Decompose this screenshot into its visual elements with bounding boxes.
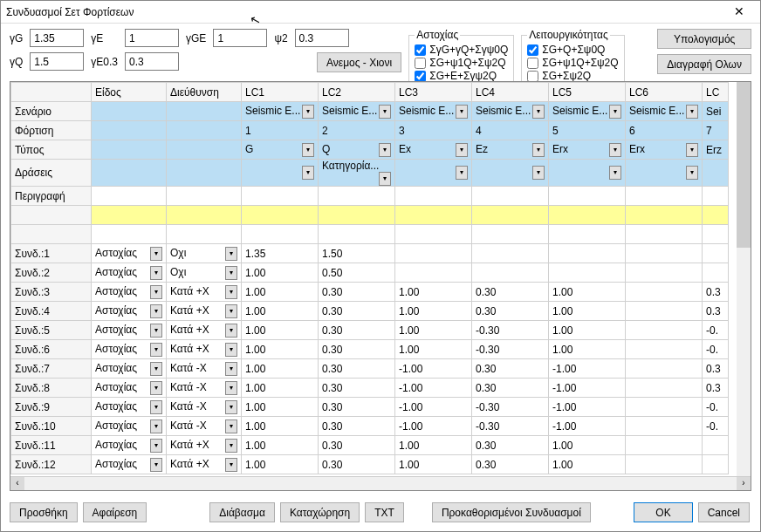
senario-lc5[interactable]: Seismic E... — [549, 102, 626, 121]
combo-lc7[interactable]: 0.3 — [703, 302, 729, 321]
typos-lc2[interactable]: Q — [319, 140, 395, 160]
combo-eidos[interactable]: Αστοχίας — [92, 398, 167, 417]
combo-lc5[interactable]: -1.00 — [549, 398, 626, 417]
combo-lc3[interactable]: -1.00 — [395, 398, 472, 417]
combo-lc3[interactable]: 1.00 — [395, 302, 472, 321]
read-button[interactable]: Διάβασμα — [209, 502, 275, 522]
combo-lc7[interactable]: -0. — [703, 417, 729, 436]
combo-lc5[interactable]: 1.00 — [549, 283, 626, 302]
wind-snow-button[interactable]: Ανεμος - Χιονι — [317, 52, 401, 72]
chevron-down-icon[interactable] — [225, 324, 237, 338]
combo-eidos[interactable]: Αστοχίας — [92, 263, 167, 283]
draseis-lc5[interactable] — [549, 160, 626, 187]
senario-lc2[interactable]: Seismic E... — [319, 102, 395, 121]
chevron-down-icon[interactable] — [379, 172, 391, 186]
combo-lc2[interactable]: 0.30 — [319, 340, 395, 359]
combo-lc7[interactable]: 0.3 — [703, 379, 729, 398]
chevron-down-icon[interactable] — [150, 266, 162, 280]
combo-lc2[interactable]: 0.30 — [319, 321, 395, 340]
combo-lc6[interactable] — [626, 302, 703, 321]
chevron-down-icon[interactable] — [302, 105, 314, 119]
combo-lc1[interactable]: 1.00 — [242, 302, 319, 321]
header-lc4[interactable]: LC4 — [472, 83, 549, 102]
header-lc5[interactable]: LC5 — [549, 83, 626, 102]
chevron-down-icon[interactable] — [150, 343, 162, 357]
fortisi-lc2[interactable]: 2 — [319, 121, 395, 140]
chevron-down-icon[interactable] — [456, 143, 468, 157]
header-dieuth[interactable]: Διεύθυνση — [167, 83, 242, 102]
combo-lc4[interactable]: 0.30 — [472, 379, 549, 398]
combo-lc5[interactable]: -1.00 — [549, 417, 626, 436]
chevron-down-icon[interactable] — [302, 166, 314, 180]
combo-lc7[interactable]: -0. — [703, 321, 729, 340]
chevron-down-icon[interactable] — [532, 166, 545, 180]
combo-dieuth[interactable]: Κατά -X — [167, 417, 242, 436]
combo-lc6[interactable] — [626, 321, 703, 340]
delete-all-button[interactable]: Διαγραφή Ολων — [657, 54, 751, 74]
combo-lc6[interactable] — [626, 340, 703, 359]
combo-lc2[interactable]: 0.30 — [319, 359, 395, 379]
combo-lc1[interactable]: 1.00 — [242, 379, 319, 398]
senario-lc4[interactable]: Seismic E... — [472, 102, 549, 121]
combo-lc6[interactable] — [626, 379, 703, 398]
chevron-down-icon[interactable] — [225, 247, 237, 261]
senario-lc6[interactable]: Seismic E... — [626, 102, 703, 121]
chevron-down-icon[interactable] — [225, 343, 237, 357]
chevron-down-icon[interactable] — [225, 400, 237, 414]
psi2-input[interactable] — [295, 29, 349, 47]
chevron-down-icon[interactable] — [150, 458, 162, 472]
remove-button[interactable]: Αφαίρεση — [83, 502, 147, 522]
combo-eidos[interactable]: Αστοχίας — [92, 455, 167, 474]
combo-lc4[interactable]: 0.30 — [472, 455, 549, 474]
combo-lc4[interactable]: 0.30 — [472, 359, 549, 379]
chevron-down-icon[interactable] — [609, 105, 621, 119]
typos-lc6[interactable]: Erx — [626, 140, 703, 160]
combo-lc3[interactable] — [395, 244, 472, 263]
combo-lc5[interactable]: -1.00 — [549, 379, 626, 398]
combo-lc1[interactable]: 1.00 — [242, 283, 319, 302]
fortisi-lc3[interactable]: 3 — [395, 121, 472, 140]
chevron-down-icon[interactable] — [150, 381, 162, 395]
combo-lc3[interactable] — [395, 263, 472, 283]
combo-eidos[interactable]: Αστοχίας — [92, 417, 167, 436]
leit-check-2[interactable] — [527, 58, 538, 69]
combo-lc4[interactable]: -0.30 — [472, 398, 549, 417]
combo-lc7[interactable]: -0. — [703, 398, 729, 417]
chevron-down-icon[interactable] — [225, 285, 237, 299]
calculate-button[interactable]: Υπολογισμός — [657, 29, 751, 49]
combo-lc2[interactable]: 0.30 — [319, 283, 395, 302]
combo-lc7[interactable]: 0.3 — [703, 359, 729, 379]
combo-eidos[interactable]: Αστοχίας — [92, 244, 167, 263]
combo-lc3[interactable]: 1.00 — [395, 455, 472, 474]
typos-lc7[interactable]: Erz — [703, 140, 729, 160]
combo-eidos[interactable]: Αστοχίας — [92, 436, 167, 455]
combo-dieuth[interactable]: Κατά +X — [167, 436, 242, 455]
combo-eidos[interactable]: Αστοχίας — [92, 321, 167, 340]
chevron-down-icon[interactable] — [609, 166, 621, 180]
chevron-down-icon[interactable] — [532, 143, 545, 157]
combo-lc1[interactable]: 1.00 — [242, 436, 319, 455]
combo-lc7[interactable]: -0. — [703, 340, 729, 359]
combo-lc3[interactable]: -1.00 — [395, 359, 472, 379]
combo-lc4[interactable]: -0.30 — [472, 340, 549, 359]
chevron-down-icon[interactable] — [532, 105, 545, 119]
combo-lc6[interactable] — [626, 283, 703, 302]
chevron-down-icon[interactable] — [150, 324, 162, 338]
fortisi-lc1[interactable]: 1 — [242, 121, 319, 140]
combo-lc6[interactable] — [626, 436, 703, 455]
combo-eidos[interactable]: Αστοχίας — [92, 283, 167, 302]
chevron-down-icon[interactable] — [686, 105, 698, 119]
combo-eidos[interactable]: Αστοχίας — [92, 379, 167, 398]
fortisi-lc5[interactable]: 5 — [549, 121, 626, 140]
combo-eidos[interactable]: Αστοχίας — [92, 340, 167, 359]
combo-lc3[interactable]: 1.00 — [395, 321, 472, 340]
combo-lc5[interactable] — [549, 263, 626, 283]
fortisi-lc7[interactable]: 7 — [703, 121, 729, 140]
combo-eidos[interactable]: Αστοχίας — [92, 359, 167, 379]
combo-lc7[interactable] — [703, 436, 729, 455]
chevron-down-icon[interactable] — [456, 105, 468, 119]
combo-lc5[interactable]: 1.00 — [549, 455, 626, 474]
chevron-down-icon[interactable] — [150, 439, 162, 453]
scroll-left-icon[interactable]: ‹ — [10, 477, 24, 490]
vertical-scrollbar[interactable] — [737, 82, 751, 476]
